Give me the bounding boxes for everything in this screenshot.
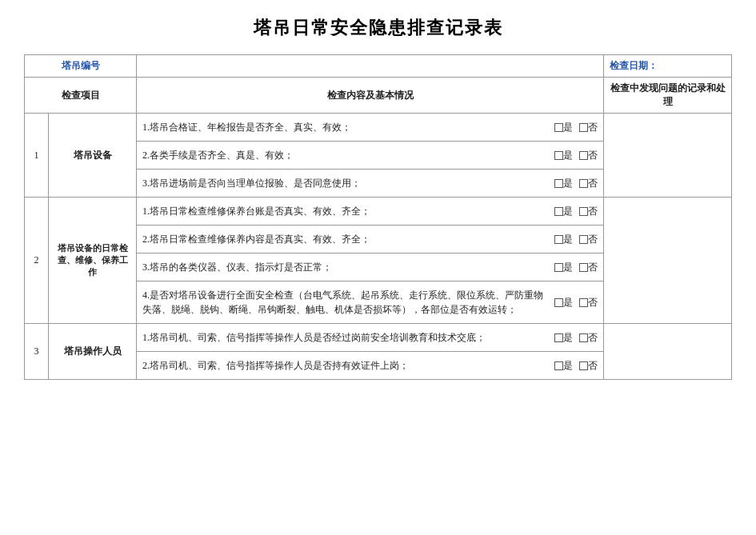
checkbox-yes: 是 bbox=[554, 359, 573, 373]
section-2-item-1: 1.塔吊日常检查维修保养台账是否真实、有效、齐全； 是 否 bbox=[137, 198, 604, 226]
section-1-num: 1 bbox=[34, 150, 39, 161]
section-2-category: 塔吊设备的日常检查、维修、保养工作 bbox=[58, 243, 128, 277]
checkbox-no: 否 bbox=[579, 331, 598, 345]
record-label: 检查中发现问题的记录和处理 bbox=[610, 82, 726, 107]
section-2-row-1: 2 塔吊设备的日常检查、维修、保养工作 1.塔吊日常检查维修保养台账是否真实、有… bbox=[25, 198, 732, 226]
info-row: 塔吊编号 检查日期： bbox=[25, 55, 732, 78]
checkbox-no: 否 bbox=[579, 233, 598, 246]
inspection-item-label: 检查项目 bbox=[62, 90, 100, 101]
checkbox-yes: 是 bbox=[554, 121, 573, 134]
section-3-item-2: 2.塔吊司机、司索、信号指挥等操作人员是否持有效证件上岗； 是 否 bbox=[137, 352, 604, 380]
checkbox-no: 否 bbox=[579, 149, 598, 162]
tower-id-label: 塔吊编号 bbox=[62, 60, 100, 71]
section-1-category: 塔吊设备 bbox=[74, 150, 112, 161]
checkbox-yes: 是 bbox=[554, 177, 573, 190]
checkbox-no: 否 bbox=[579, 121, 598, 134]
section-3-category: 塔吊操作人员 bbox=[64, 345, 122, 357]
checkbox-yes: 是 bbox=[554, 205, 573, 218]
column-header-row: 检查项目 检查内容及基本情况 检查中发现问题的记录和处理 bbox=[25, 78, 732, 114]
section-3-item-1: 1.塔吊司机、司索、信号指挥等操作人员是否经过岗前安全培训教育和技术交底； 是 … bbox=[137, 324, 604, 352]
checkbox-yes: 是 bbox=[554, 233, 573, 246]
section-1-item-2: 2.各类手续是否齐全、真是、有效； 是 否 bbox=[137, 142, 604, 170]
inspection-content-label: 检查内容及基本情况 bbox=[327, 90, 414, 101]
section-1-record bbox=[604, 114, 732, 198]
checkbox-yes: 是 bbox=[554, 149, 573, 162]
checkbox-no: 否 bbox=[579, 205, 598, 218]
checkbox-no: 否 bbox=[579, 177, 598, 190]
checkbox-no: 否 bbox=[579, 296, 598, 309]
section-2-item-2: 2.塔吊日常检查维修保养内容是否真实、有效、齐全； 是 否 bbox=[137, 226, 604, 254]
section-3-num: 3 bbox=[34, 345, 39, 357]
page-title: 塔吊日常安全隐患排查记录表 bbox=[24, 16, 732, 40]
section-2-item-3: 3.塔吊的各类仪器、仪表、指示灯是否正常； 是 否 bbox=[137, 254, 604, 281]
section-3-row-1: 3 塔吊操作人员 1.塔吊司机、司索、信号指挥等操作人员是否经过岗前安全培训教育… bbox=[25, 324, 732, 352]
section-1-item-1: 1.塔吊合格证、年检报告是否齐全、真实、有效； 是 否 bbox=[137, 114, 604, 142]
date-label: 检查日期： bbox=[610, 60, 658, 71]
section-1-row: 1 塔吊设备 1.塔吊合格证、年检报告是否齐全、真实、有效； 是 否 bbox=[25, 114, 732, 142]
checkbox-yes: 是 bbox=[554, 296, 573, 309]
section-3-record bbox=[604, 324, 732, 380]
main-table: 塔吊编号 检查日期： 检查项目 检查内容及基本情况 检查中发现问题的记录和处理 … bbox=[24, 54, 732, 380]
checkbox-yes: 是 bbox=[554, 261, 573, 274]
checkbox-no: 否 bbox=[579, 261, 598, 274]
checkbox-yes: 是 bbox=[554, 331, 573, 345]
checkbox-no: 否 bbox=[579, 359, 598, 373]
section-2-num: 2 bbox=[34, 254, 39, 266]
section-2-record bbox=[604, 198, 732, 324]
section-1-item-3: 3.塔吊进场前是否向当理单位报验、是否同意使用； 是 否 bbox=[137, 170, 604, 198]
section-2-item-4: 4.是否对塔吊设备进行全面安全检查（台电气系统、起吊系统、走行系统、限位系统、严… bbox=[137, 281, 604, 324]
